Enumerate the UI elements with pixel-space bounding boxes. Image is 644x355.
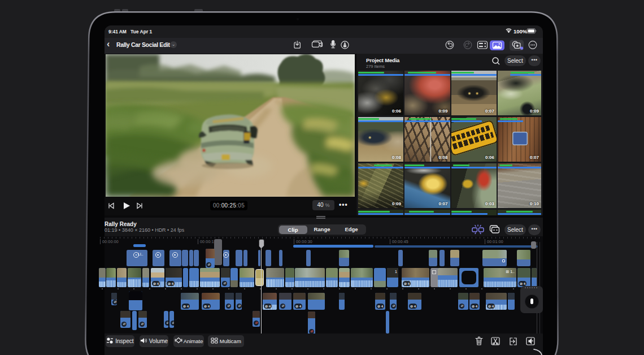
svg-text:100%: 100% [514, 28, 528, 34]
